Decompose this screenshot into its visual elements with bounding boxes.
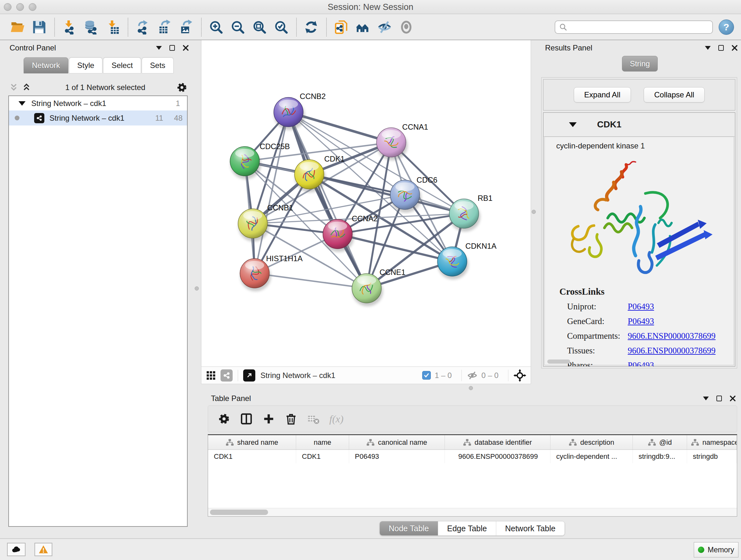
network-node-HIST1H1A[interactable]: HIST1H1A — [240, 254, 302, 292]
panel-menu-icon[interactable] — [703, 396, 709, 400]
column-header[interactable]: @id — [633, 435, 687, 449]
panel-menu-icon[interactable] — [705, 46, 711, 50]
toolbar-separator — [296, 18, 297, 37]
collapse-all-icon[interactable] — [9, 83, 18, 92]
column-header[interactable]: database identifier — [445, 435, 550, 449]
panel-close-icon[interactable] — [731, 45, 738, 51]
grid-view-icon[interactable] — [206, 370, 216, 381]
tab-edge-table[interactable]: Edge Table — [438, 521, 496, 536]
delete-column-trash-icon[interactable] — [285, 413, 297, 425]
zoom-in-button[interactable] — [207, 17, 225, 37]
panel-close-icon[interactable] — [730, 395, 736, 401]
table-options-gear-icon[interactable] — [218, 413, 230, 425]
panel-close-icon[interactable] — [183, 45, 189, 51]
uniprot-link[interactable]: P06493 — [628, 302, 654, 312]
network-options-gear-icon[interactable] — [176, 82, 188, 93]
tissues-link[interactable]: 9606.ENSP00000378699 — [628, 346, 716, 356]
import-network-file-button[interactable] — [60, 17, 78, 37]
network-icon-gray[interactable] — [220, 369, 232, 381]
hide-selected-button[interactable] — [375, 17, 394, 37]
close-window-button[interactable] — [4, 3, 11, 11]
zoom-selected-button[interactable] — [272, 17, 290, 37]
network-row-selected[interactable]: String Network – cdk1 11 48 — [9, 111, 187, 125]
left-splitter-handle[interactable] — [195, 287, 199, 291]
panel-menu-icon[interactable] — [156, 46, 162, 50]
open-session-button[interactable] — [8, 17, 27, 37]
table-row[interactable]: CDK1 CDK1 P06493 9606.ENSP00000378699 cy… — [208, 450, 737, 463]
panel-float-icon[interactable] — [170, 45, 175, 51]
genecard-link[interactable]: P06493 — [628, 316, 654, 326]
help-button[interactable]: ? — [719, 19, 734, 35]
bottom-splitter-handle[interactable] — [469, 386, 473, 390]
warning-icon — [38, 544, 49, 555]
network-node-CCNB2[interactable]: CCNB2 — [274, 92, 326, 130]
network-collection-row[interactable]: String Network – cdk1 1 — [9, 96, 187, 111]
scrollbar-thumb[interactable] — [210, 509, 268, 515]
zoom-window-button[interactable] — [29, 3, 37, 11]
column-header[interactable]: namespace — [687, 435, 737, 449]
show-all-button[interactable] — [397, 17, 415, 37]
first-neighbors-button[interactable] — [354, 17, 372, 37]
search-input[interactable] — [570, 22, 709, 32]
save-session-button[interactable] — [30, 17, 49, 37]
memory-button[interactable]: Memory — [694, 542, 738, 557]
network-canvas[interactable]: CCNB2CCNA1CDC25BCDK1CDC6RB1CCNB1CCNA2CDK… — [201, 40, 531, 367]
panel-float-icon[interactable] — [718, 45, 724, 51]
cloud-status-button[interactable] — [7, 543, 25, 556]
network-edge-CDK1-RB1[interactable] — [309, 174, 464, 213]
compartments-link[interactable]: 9606.ENSP00000378699 — [628, 331, 716, 341]
collection-expand-icon[interactable] — [18, 101, 25, 106]
apply-layout-button[interactable] — [302, 17, 320, 37]
tab-sets[interactable]: Sets — [142, 57, 174, 73]
tab-string[interactable]: String — [622, 56, 658, 71]
column-header[interactable]: name — [296, 435, 349, 449]
network-node-RB1[interactable]: RB1 — [449, 194, 492, 232]
protein-section-header[interactable]: CDK1 — [543, 113, 735, 137]
right-splitter-handle[interactable] — [532, 210, 536, 214]
add-column-icon[interactable] — [262, 413, 275, 425]
toolbar-divider — [238, 370, 238, 381]
import-table-file-button[interactable] — [104, 17, 122, 37]
tab-style[interactable]: Style — [69, 57, 103, 73]
horizontal-scrollbar-thumb[interactable] — [547, 360, 570, 364]
panel-float-icon[interactable] — [717, 395, 722, 401]
zoom-selected-icon — [274, 20, 288, 35]
refresh-layout-icon — [304, 20, 319, 35]
zoom-out-button[interactable] — [228, 17, 247, 37]
column-header[interactable]: description — [550, 435, 633, 449]
toolbar-divider — [508, 370, 509, 381]
tab-node-table[interactable]: Node Table — [380, 521, 438, 536]
export-network-file-button[interactable] — [133, 17, 152, 37]
new-network-from-selection-button[interactable] — [332, 17, 350, 37]
export-image-icon — [179, 20, 193, 35]
minimize-window-button[interactable] — [16, 3, 24, 11]
network-node-CDKN1A[interactable]: CDKN1A — [437, 242, 496, 280]
show-columns-icon[interactable] — [240, 413, 253, 425]
zoom-fit-button[interactable] — [250, 17, 269, 37]
column-header[interactable]: canonical name — [349, 435, 445, 449]
network-edge-HIST1H1A-CCNE1[interactable] — [255, 273, 367, 288]
pan-crosshair-icon[interactable] — [514, 369, 526, 382]
selected-checkbox[interactable] — [422, 371, 431, 380]
control-panel-tabs: Network Style Select Sets — [23, 57, 174, 73]
pharos-link[interactable]: P06493 — [628, 361, 654, 367]
section-expand-icon[interactable] — [569, 122, 577, 127]
expand-all-button[interactable]: Expand All — [574, 87, 631, 103]
collapse-all-button[interactable]: Collapse All — [644, 87, 704, 103]
network-edge-CCNB2-HIST1H1A[interactable] — [255, 112, 288, 273]
expand-all-icon[interactable] — [22, 83, 31, 92]
network-node-CCNA1[interactable]: CCNA1 — [377, 123, 428, 161]
tab-network[interactable]: Network — [23, 57, 68, 73]
export-image-button[interactable] — [177, 17, 195, 37]
warnings-button[interactable] — [35, 543, 52, 556]
open-in-new-icon[interactable] — [243, 369, 255, 381]
eye-icon — [399, 20, 414, 35]
window-controls — [4, 3, 37, 11]
column-header[interactable]: shared name — [208, 435, 296, 449]
tab-select[interactable]: Select — [103, 57, 141, 73]
tab-network-table[interactable]: Network Table — [496, 521, 564, 536]
zoom-out-icon — [230, 20, 245, 35]
export-table-file-button[interactable] — [155, 17, 174, 37]
table-horizontal-scrollbar[interactable] — [208, 508, 737, 516]
import-network-database-button[interactable] — [82, 17, 100, 37]
